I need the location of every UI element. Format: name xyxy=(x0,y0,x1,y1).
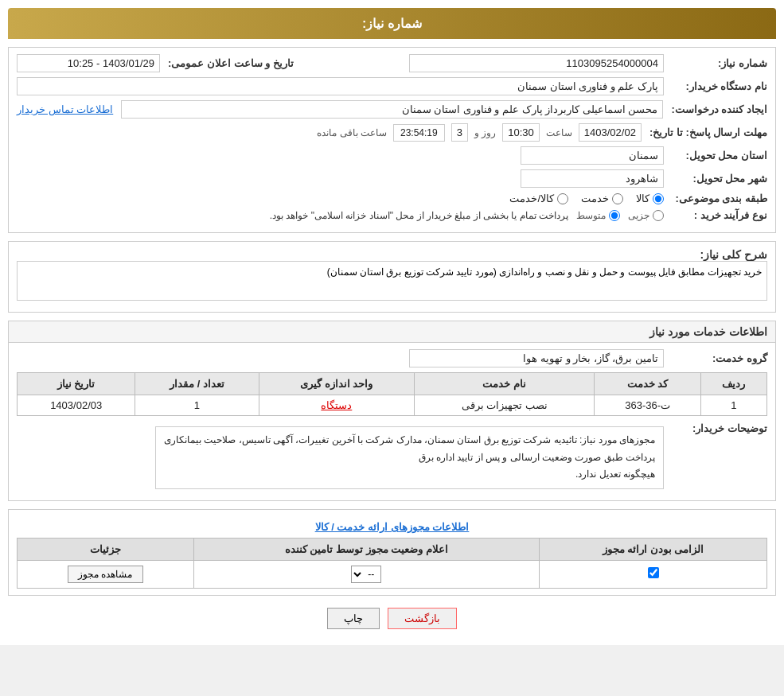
city-row: شهر محل تحویل: شاهرود xyxy=(17,169,767,188)
permissions-link[interactable]: اطلاعات مجوزهای ارائه خدمت / کالا xyxy=(17,521,767,533)
remaining-label: ساعت باقی مانده xyxy=(317,127,387,138)
buyer-note-line2: پرداخت طبق صورت وضعیت ارسالی و پس از تای… xyxy=(164,449,655,467)
service-group-row: گروه خدمت: تامین برق، گاز، بخار و تهویه … xyxy=(17,349,767,367)
category-radio-kala-khedmat[interactable] xyxy=(557,193,568,204)
need-number-row: شماره نیاز: 1103095254000004 تاریخ و ساع… xyxy=(17,54,767,72)
view-permit-button[interactable]: مشاهده مجوز xyxy=(68,566,142,583)
cell-unit: دستگاه xyxy=(259,395,415,416)
main-info-section: شماره نیاز: 1103095254000004 تاریخ و ساع… xyxy=(8,47,776,233)
creator-row: ایجاد کننده درخواست: محسن اسماعیلی کاربر… xyxy=(17,100,767,119)
procedure-label: نوع فرآیند خرید : xyxy=(664,209,767,221)
deadline-days: 3 xyxy=(451,123,468,142)
buyer-notes-row: توضیحات خریدار: مجوزهای مورد نیاز: تائید… xyxy=(17,422,767,489)
perm-detail-cell: مشاهده مجوز xyxy=(18,560,194,588)
procedure-radio-jozi[interactable] xyxy=(653,210,664,221)
procedure-label-motavaset: متوسط xyxy=(576,210,606,221)
org-row: نام دستگاه خریدار: پارک علم و فناوری است… xyxy=(17,77,767,95)
page-wrapper: شماره نیاز: شماره نیاز: 1103095254000004… xyxy=(0,0,784,645)
permissions-section: اطلاعات مجوزهای ارائه خدمت / کالا الزامی… xyxy=(8,509,776,596)
contact-link[interactable]: اطلاعات تماس خریدار xyxy=(17,103,113,115)
procedure-row: نوع فرآیند خرید : جزیی متوسط پرداخت تمام… xyxy=(17,209,767,221)
category-option-kala-khedmat[interactable]: کالا/خدمت xyxy=(509,192,568,204)
deadline-date: 1403/02/02 xyxy=(579,123,642,142)
city-label: شهر محل تحویل: xyxy=(664,173,767,185)
procedure-jozi[interactable]: جزیی xyxy=(628,210,664,221)
category-label-kala: کالا xyxy=(636,192,649,204)
perm-required-cell xyxy=(540,560,767,588)
deadline-time: 10:30 xyxy=(502,123,540,142)
deadline-remaining: 23:54:19 xyxy=(393,124,445,142)
cell-row-num: 1 xyxy=(700,395,766,416)
need-number-value: 1103095254000004 xyxy=(409,54,664,72)
print-button[interactable]: چاپ xyxy=(327,608,380,629)
col-row-num: ردیف xyxy=(700,373,766,395)
category-radio-group: کالا خدمت کالا/خدمت xyxy=(509,192,664,204)
city-value: شاهرود xyxy=(521,169,664,188)
category-radio-khedmat[interactable] xyxy=(612,193,623,204)
required-checkbox[interactable] xyxy=(648,567,659,578)
procedure-note: پرداخت تمام یا بخشی از مبلغ خریدار از مح… xyxy=(270,210,568,221)
buyer-notes-content: مجوزهای مورد نیاز: تائیدیه شرکت توزیع بر… xyxy=(155,426,664,489)
category-label-kala-khedmat: کالا/خدمت xyxy=(509,192,554,204)
category-option-kala[interactable]: کالا xyxy=(636,192,664,204)
buyer-notes-label: توضیحات خریدار: xyxy=(664,422,767,434)
col-service-code: کد خدمت xyxy=(595,373,700,395)
cell-service-code: ت-36-363 xyxy=(595,395,700,416)
time-label: ساعت xyxy=(546,127,572,138)
category-row: طبقه بندی موضوعی: کالا خدمت کالا/خدمت xyxy=(17,192,767,204)
deadline-label: مهلت ارسال پاسخ: تا تاریخ: xyxy=(642,126,767,138)
category-label: طبقه بندی موضوعی: xyxy=(664,192,767,204)
org-value: پارک علم و فناوری استان سمنان xyxy=(17,77,664,95)
announce-value: 1403/01/29 - 10:25 xyxy=(17,54,160,72)
footer-buttons: بازگشت چاپ xyxy=(8,608,776,629)
category-option-khedmat[interactable]: خدمت xyxy=(581,192,623,204)
perm-col-required: الزامی بودن ارائه مجوز xyxy=(540,538,767,560)
general-desc-row: شرح کلی نیاز: xyxy=(17,248,767,301)
col-service-name: نام خدمت xyxy=(415,373,595,395)
permissions-table-header: الزامی بودن ارائه مجوز اعلام وضعیت مجوز … xyxy=(18,538,767,560)
province-label: استان محل تحویل: xyxy=(664,150,767,161)
services-table-header: ردیف کد خدمت نام خدمت واحد اندازه گیری ت… xyxy=(18,373,767,395)
permissions-row: -- مشاهده مجوز xyxy=(18,560,767,588)
col-date: تاریخ نیاز xyxy=(18,373,135,395)
procedure-motavaset[interactable]: متوسط xyxy=(576,210,620,221)
back-button[interactable]: بازگشت xyxy=(388,608,457,629)
perm-col-detail: جزئیات xyxy=(18,538,194,560)
org-label: نام دستگاه خریدار: xyxy=(664,80,767,92)
procedure-radio-motavaset[interactable] xyxy=(609,210,620,221)
creator-label: ایجاد کننده درخواست: xyxy=(663,103,767,115)
procedure-options: جزیی متوسط پرداخت تمام یا بخشی از مبلغ خ… xyxy=(270,210,664,221)
cell-date: 1403/02/03 xyxy=(18,395,135,416)
service-group-label: گروه خدمت: xyxy=(664,352,767,364)
services-table: ردیف کد خدمت نام خدمت واحد اندازه گیری ت… xyxy=(17,372,767,416)
cell-quantity: 1 xyxy=(135,395,259,416)
province-row: استان محل تحویل: سمنان xyxy=(17,146,767,165)
permissions-table: الزامی بودن ارائه مجوز اعلام وضعیت مجوز … xyxy=(17,538,767,589)
category-label-khedmat: خدمت xyxy=(581,192,609,204)
procedure-label-jozi: جزیی xyxy=(628,210,649,221)
deadline-time-row: 1403/02/02 ساعت 10:30 روز و 3 23:54:19 س… xyxy=(317,123,642,142)
col-quantity: تعداد / مقدار xyxy=(135,373,259,395)
page-title: شماره نیاز: xyxy=(8,8,776,39)
cell-service-name: نصب تجهیزات برقی xyxy=(415,395,595,416)
province-value: سمنان xyxy=(521,146,664,165)
perm-col-status: اعلام وضعیت مجوز توسط تامین کننده xyxy=(193,538,539,560)
general-description-input[interactable] xyxy=(17,261,767,301)
need-number-label: شماره نیاز: xyxy=(664,57,767,69)
general-description-section: شرح کلی نیاز: xyxy=(8,241,776,313)
status-select[interactable]: -- xyxy=(351,566,381,583)
category-radio-kala[interactable] xyxy=(653,193,664,204)
deadline-row: مهلت ارسال پاسخ: تا تاریخ: 1403/02/02 سا… xyxy=(17,123,767,142)
day-label: روز و xyxy=(474,127,496,138)
service-group-value: تامین برق، گاز، بخار و تهویه هوا xyxy=(409,349,664,367)
buyer-note-line3: هیچگونه تعدیل ندارد. xyxy=(164,466,655,484)
buyer-note-line1: مجوزهای مورد نیاز: تائیدیه شرکت توزیع بر… xyxy=(164,432,655,449)
services-title: اطلاعات خدمات مورد نیاز xyxy=(9,321,775,343)
creator-value: محسن اسماعیلی کاربرداز پارک علم و فناوری… xyxy=(121,100,663,119)
services-section: اطلاعات خدمات مورد نیاز گروه خدمت: تامین… xyxy=(8,321,776,501)
table-row: 1 ت-36-363 نصب تجهیزات برقی دستگاه 1 140… xyxy=(18,395,767,416)
col-unit: واحد اندازه گیری xyxy=(259,373,415,395)
perm-status-cell: -- xyxy=(193,560,539,588)
general-desc-label: شرح کلی نیاز: xyxy=(664,248,767,261)
announce-label: تاریخ و ساعت اعلان عمومی: xyxy=(160,57,294,69)
